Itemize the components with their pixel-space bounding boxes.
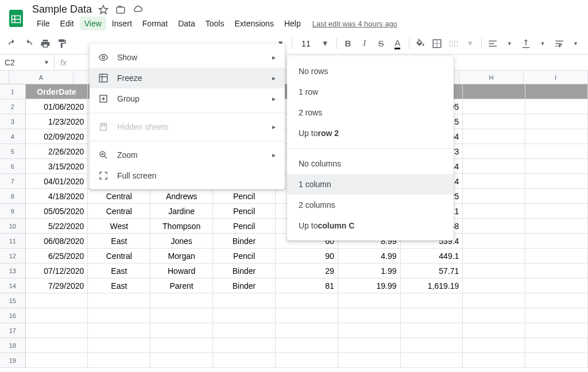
- cell[interactable]: [525, 338, 588, 353]
- cell[interactable]: Jardine: [150, 204, 213, 219]
- cell[interactable]: [401, 353, 463, 368]
- cell[interactable]: [88, 308, 150, 323]
- row-header[interactable]: 12: [0, 249, 26, 264]
- cell[interactable]: [463, 308, 525, 323]
- cell[interactable]: 6/25/2020: [26, 249, 88, 264]
- freeze-option[interactable]: Up to column C: [287, 215, 454, 236]
- cell[interactable]: [525, 234, 588, 249]
- freeze-option[interactable]: 2 columns: [287, 195, 454, 215]
- cell[interactable]: [26, 293, 88, 308]
- move-icon[interactable]: [115, 4, 126, 16]
- cell[interactable]: Central: [88, 189, 150, 204]
- cell[interactable]: Andrews: [150, 189, 213, 204]
- strikethrough-button[interactable]: S: [373, 36, 389, 52]
- cell[interactable]: 2/26/2020: [26, 144, 88, 159]
- cell[interactable]: Binder: [213, 234, 276, 249]
- cell[interactable]: [276, 323, 338, 338]
- view-menu-zoom[interactable]: Zoom▸: [90, 145, 285, 165]
- cloud-status-icon[interactable]: [132, 4, 144, 16]
- cell[interactable]: [338, 293, 401, 308]
- font-size-select[interactable]: 11: [296, 39, 316, 48]
- cell[interactable]: [525, 249, 588, 264]
- cell[interactable]: [463, 174, 525, 189]
- cell[interactable]: East: [88, 234, 150, 249]
- app-icon[interactable]: [5, 7, 28, 30]
- last-edit-link[interactable]: Last edit was 4 hours ago: [312, 20, 397, 28]
- cell[interactable]: 06/08/2020: [26, 234, 88, 249]
- cell[interactable]: [463, 84, 525, 99]
- cell[interactable]: Pencil: [213, 189, 276, 204]
- cell[interactable]: 449.1: [401, 249, 463, 264]
- cell[interactable]: 02/09/2020: [26, 129, 88, 144]
- cell[interactable]: [26, 308, 88, 323]
- cell[interactable]: [463, 219, 525, 234]
- cell[interactable]: 90: [276, 249, 338, 264]
- cell[interactable]: [276, 293, 338, 308]
- cell[interactable]: [525, 189, 588, 204]
- cell[interactable]: [26, 323, 88, 338]
- menu-tools[interactable]: Tools: [201, 17, 229, 30]
- cell[interactable]: [276, 308, 338, 323]
- row-header[interactable]: 9: [0, 204, 26, 219]
- cell[interactable]: [525, 84, 588, 99]
- row-header[interactable]: 14: [0, 278, 26, 293]
- cell[interactable]: [88, 323, 150, 338]
- wrap-dropdown-icon[interactable]: ▼: [568, 36, 583, 52]
- vertical-align-button[interactable]: [519, 36, 534, 52]
- menu-data[interactable]: Data: [173, 17, 200, 30]
- menu-view[interactable]: View: [80, 17, 106, 30]
- cell[interactable]: 1.99: [338, 264, 401, 278]
- freeze-option[interactable]: 2 rows: [287, 102, 454, 123]
- cell[interactable]: [463, 99, 525, 114]
- freeze-option[interactable]: No rows: [287, 61, 454, 82]
- cell[interactable]: [338, 353, 401, 368]
- cell[interactable]: [88, 353, 150, 368]
- row-header[interactable]: 11: [0, 234, 26, 249]
- cell[interactable]: [150, 323, 213, 338]
- cell[interactable]: [26, 353, 88, 368]
- cell[interactable]: [525, 293, 588, 308]
- cell[interactable]: [463, 293, 525, 308]
- row-header[interactable]: 7: [0, 174, 26, 189]
- cell[interactable]: [463, 159, 525, 174]
- cell[interactable]: [525, 174, 588, 189]
- cell[interactable]: Thompson: [150, 219, 213, 234]
- menu-insert[interactable]: Insert: [107, 17, 137, 30]
- cell[interactable]: Pencil: [213, 204, 276, 219]
- cell[interactable]: [150, 338, 213, 353]
- cell[interactable]: 5/22/2020: [26, 219, 88, 234]
- cell[interactable]: OrderDate: [26, 84, 88, 99]
- cell[interactable]: [525, 99, 588, 114]
- cell[interactable]: [276, 353, 338, 368]
- freeze-option[interactable]: Up to row 2: [287, 123, 454, 144]
- cell[interactable]: [525, 264, 588, 278]
- text-color-button[interactable]: A: [390, 36, 405, 52]
- view-menu-show[interactable]: Show▸: [90, 47, 285, 68]
- cell[interactable]: [463, 323, 525, 338]
- cell[interactable]: [150, 293, 213, 308]
- cell[interactable]: Howard: [150, 264, 213, 278]
- row-header[interactable]: 16: [0, 308, 26, 323]
- cell[interactable]: [213, 308, 276, 323]
- cell[interactable]: 05/05/2020: [26, 204, 88, 219]
- fill-color-button[interactable]: [413, 36, 428, 52]
- cell[interactable]: East: [88, 264, 150, 278]
- halign-dropdown-icon[interactable]: ▼: [502, 36, 517, 52]
- cell[interactable]: [463, 144, 525, 159]
- cell[interactable]: [213, 338, 276, 353]
- cell[interactable]: Pencil: [213, 249, 276, 264]
- column-header[interactable]: I: [524, 71, 588, 84]
- italic-button[interactable]: I: [357, 36, 372, 52]
- cell[interactable]: [463, 264, 525, 278]
- cell[interactable]: 7/29/2020: [26, 278, 88, 293]
- merge-cells-button[interactable]: [446, 36, 461, 52]
- row-header[interactable]: 5: [0, 144, 26, 159]
- valign-dropdown-icon[interactable]: ▼: [535, 36, 550, 52]
- select-all-cell[interactable]: [0, 71, 9, 84]
- cell[interactable]: [525, 114, 588, 129]
- cell[interactable]: [525, 353, 588, 368]
- cell[interactable]: Pencil: [213, 219, 276, 234]
- cell[interactable]: [463, 114, 525, 129]
- cell[interactable]: [150, 353, 213, 368]
- cell[interactable]: 4/18/2020: [26, 189, 88, 204]
